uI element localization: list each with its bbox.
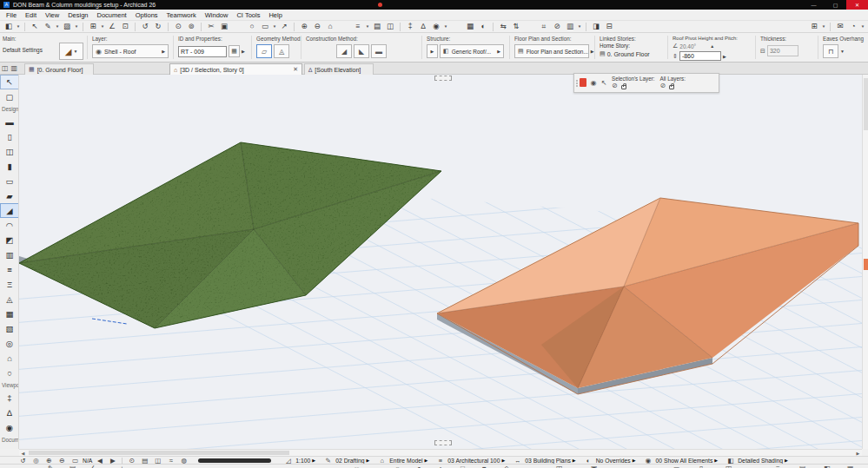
tab-overflow-slider[interactable] — [198, 458, 271, 463]
views-icon[interactable]: ◫ — [384, 21, 396, 32]
dock-handle-bottom[interactable] — [434, 440, 452, 445]
camera-tool[interactable]: ◉ — [0, 420, 19, 435]
object-tool[interactable]: ⌂ — [0, 351, 19, 366]
pen-set-quick-option[interactable]: ✎ 02 Drafting ▶ — [320, 457, 372, 465]
camera-caret-icon[interactable]: ▼ — [443, 24, 448, 29]
strip-mesh-icon[interactable]: ▦ — [847, 465, 854, 468]
viewport-3d[interactable] — [19, 75, 862, 449]
pivot-height-input[interactable] — [679, 51, 721, 61]
inject-parameters-icon[interactable]: ⊚ — [185, 21, 197, 32]
help-caret-icon[interactable]: ▼ — [860, 24, 865, 29]
redo-icon[interactable]: ↻ — [152, 21, 164, 32]
wall-tool[interactable]: ▬ — [0, 115, 19, 129]
menu-help[interactable]: Help — [264, 10, 286, 21]
scale-quick-option[interactable]: ◿ 1:100 ▶ — [280, 457, 318, 465]
eaves-caret-icon[interactable]: ▼ — [840, 49, 845, 54]
strip-square-icon[interactable]: □ — [461, 465, 465, 468]
organizer-icon[interactable]: ⊞ — [808, 21, 820, 32]
overrides-quick-option[interactable]: ◐ No Overrides ▶ — [580, 457, 639, 465]
strip-story-icon[interactable]: ▤ — [799, 465, 806, 468]
fit-small-icon[interactable]: ▭ — [70, 457, 81, 465]
strip-half-icon[interactable]: ◐ — [439, 465, 443, 468]
undo-icon[interactable]: ↺ — [139, 21, 151, 32]
vertical-scrollbar[interactable] — [862, 75, 868, 449]
construction-gable-button[interactable]: ◣ — [354, 44, 369, 58]
select-arrow-tool[interactable]: ↖ — [0, 75, 19, 89]
orbit-icon[interactable]: ◎ — [30, 457, 42, 465]
panels-caret-icon[interactable]: ▼ — [16, 24, 21, 29]
layers-icon[interactable]: ≡ — [352, 21, 364, 32]
horizontal-scrollbar[interactable]: ◀ ▶ — [19, 449, 862, 456]
show-selection-icon[interactable]: ◉ — [588, 75, 599, 91]
selection-info-palette[interactable]: ◉ ↖ Selection's Layer: ⊘ All Layers: ⊘ — [573, 73, 719, 93]
library-caret-icon[interactable]: ▼ — [577, 24, 582, 29]
tab-close-icon[interactable]: ✕ — [288, 66, 298, 73]
layer-combination-quick-option[interactable]: ≡ 03 Architectural 100 ▶ — [432, 457, 507, 465]
section-tool[interactable]: ‡ — [0, 391, 19, 405]
composite-selector[interactable]: ◧ Generic Roof/... ▶ — [440, 44, 504, 58]
tab-overview-icon[interactable]: ◫ — [2, 64, 9, 72]
pickup-parameters-icon[interactable]: ⊙ — [172, 21, 184, 32]
library-icon[interactable]: ▥ — [564, 21, 576, 32]
scroll-right-icon[interactable]: ▶ — [854, 451, 862, 456]
tab-floor-plan[interactable]: ▦ [0. Ground Floor] — [24, 63, 94, 75]
3d-style-icon[interactable]: ◨ — [590, 21, 602, 32]
grid-snap-icon[interactable]: ⊞ — [87, 21, 99, 32]
eaves-overhang-button[interactable]: ⊓ — [823, 44, 838, 58]
strip-circle-icon[interactable]: ○ — [395, 465, 400, 468]
strip-panel-icon[interactable]: ◫ — [556, 465, 563, 468]
pen-caret-icon[interactable]: ▼ — [55, 24, 60, 29]
look-to-icon[interactable]: ⊙ — [126, 457, 137, 465]
menu-ci-tools[interactable]: CI Tools — [232, 10, 264, 21]
skylight-tool[interactable]: ◩ — [0, 233, 19, 247]
schedule-icon[interactable]: ▦ — [464, 21, 476, 32]
next-view-icon[interactable]: ▶ — [107, 457, 118, 465]
line-tool-icon[interactable]: ↗ — [278, 21, 290, 32]
strip-col-icon[interactable]: ▯ — [699, 465, 703, 468]
element-id-input[interactable] — [178, 46, 227, 57]
marker-check-icon[interactable]: ⊘ — [551, 21, 563, 32]
mesh-tool[interactable]: ▦ — [0, 307, 19, 321]
menu-teamwork[interactable]: Teamwork — [162, 10, 201, 21]
fill-caret-icon[interactable]: ▼ — [74, 24, 79, 29]
structure-filter-quick-option[interactable]: ⌂ Entire Model ▶ — [374, 457, 430, 465]
waves-icon[interactable]: ≈ — [165, 457, 176, 465]
tab-popup-icon[interactable]: ▥ — [11, 64, 18, 72]
strip-bar-icon[interactable]: ▭ — [673, 465, 680, 468]
panels-icon[interactable]: ◧ — [3, 21, 15, 32]
rebuild-icon[interactable]: ↺ — [17, 457, 29, 465]
id-flyout-icon[interactable]: ▶ — [242, 49, 245, 54]
dimensions-quick-option[interactable]: ↔ 03 Building Plans ▶ — [509, 457, 578, 465]
angle-snap-icon[interactable]: ∠ — [106, 21, 118, 32]
organizer-caret-icon[interactable]: ▼ — [821, 24, 826, 29]
close-button[interactable]: ✕ — [846, 0, 868, 10]
help-center-icon[interactable]: ◔ — [847, 21, 859, 32]
pen-icon[interactable]: ✎ — [42, 21, 54, 32]
grid-snap-caret-icon[interactable]: ▼ — [100, 24, 105, 29]
arrow-tool-icon[interactable]: ↖ — [29, 21, 41, 32]
minimize-button[interactable]: — — [803, 0, 825, 10]
fill-icon[interactable]: ▨ — [61, 21, 73, 32]
lock-layer-icon[interactable] — [621, 85, 626, 89]
elevation-marker-icon[interactable]: ∆ — [417, 21, 429, 32]
strip-crosshair-icon[interactable]: + — [120, 465, 124, 468]
strip-win-icon[interactable]: ◫ — [726, 465, 732, 468]
elevation-tool[interactable]: ∆ — [0, 405, 19, 420]
unlock-all-layers-icon[interactable] — [669, 85, 674, 89]
vertical-scrollbar-thumb[interactable] — [864, 78, 868, 130]
door-tool[interactable]: ▯ — [0, 129, 19, 144]
layers-caret-icon[interactable]: ▼ — [365, 24, 370, 29]
circle-tool-icon[interactable]: ○ — [246, 21, 258, 32]
construction-flat-button[interactable]: ▬ — [371, 44, 387, 58]
copy-icon[interactable]: ▣ — [218, 21, 230, 32]
menu-edit[interactable]: Edit — [21, 10, 41, 21]
strip-handle-icon[interactable]: ▪▪ — [354, 465, 360, 468]
stories-icon[interactable]: ▤ — [371, 21, 383, 32]
teamwork-receive-icon[interactable]: ⇅ — [510, 21, 522, 32]
camera-icon[interactable]: ◉ — [430, 21, 442, 32]
marquee-tool[interactable]: ▢ — [0, 89, 19, 104]
cut-icon[interactable]: ✂ — [205, 21, 217, 32]
beam-tool[interactable]: ▭ — [0, 174, 19, 188]
floorplan-display-selector[interactable]: ▤ Floor Plan and Section... ▶ — [514, 44, 589, 58]
menu-window[interactable]: Window — [201, 10, 233, 21]
